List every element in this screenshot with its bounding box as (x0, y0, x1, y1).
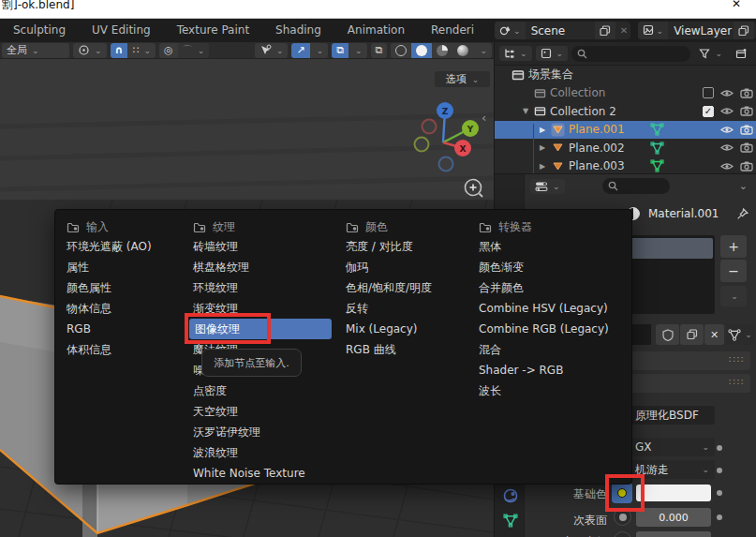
menu-item-gamma[interactable]: 伽玛 (342, 257, 471, 277)
scene-copy-button[interactable] (595, 22, 615, 39)
scene-selector[interactable]: ⌄ Scene ✕ (495, 22, 630, 39)
snap-options-dropdown[interactable]: ∷⌄ (127, 43, 156, 58)
menu-item-mix-legacy[interactable]: Mix (Legacy) (342, 319, 471, 339)
outliner-search-input[interactable] (571, 46, 690, 62)
overlays-toggle[interactable]: ⧉ (332, 43, 348, 58)
menu-item-combine-hsv-legacy[interactable]: Combine HSV (Legacy) (475, 298, 630, 319)
camera-icon[interactable] (740, 88, 753, 98)
scene-unlink-icon[interactable]: ✕ (615, 25, 630, 36)
eye-icon[interactable] (720, 125, 734, 135)
menu-item-shader-to-rgb[interactable]: Shader -> RGB (475, 360, 630, 380)
menu-item-brick-texture[interactable]: 砖墙纹理 (189, 236, 337, 257)
show-gizmo-dropdown[interactable]: ⌄ (255, 43, 289, 58)
move-gizmo-toggle[interactable]: ↗ (291, 43, 309, 58)
add-slot-button[interactable]: + (720, 235, 747, 258)
disclosure-closed-icon[interactable]: ▶ (538, 162, 547, 171)
menu-item-point-density[interactable]: 点密度 (189, 380, 337, 401)
menu-item-environment-texture[interactable]: 环境纹理 (189, 277, 337, 298)
tab-shading[interactable]: Shading (262, 19, 334, 42)
outliner-filter-type-dropdown[interactable]: ⌄ (536, 46, 569, 61)
menu-item-color-attribute[interactable]: 颜色属性 (63, 277, 186, 298)
menu-item-rgb[interactable]: RGB (63, 319, 186, 339)
viewlayer-selector[interactable]: ⌄ ViewLayer ✕ (638, 22, 756, 39)
axis-neg-z-ball[interactable] (439, 157, 453, 172)
shading-wireframe-button[interactable] (391, 43, 411, 58)
zoom-tool-icon[interactable] (463, 177, 485, 200)
drag-dots-icon[interactable]: :::: (729, 353, 745, 364)
menu-item-checker-texture[interactable]: 棋盘格纹理 (189, 257, 337, 277)
unlink-material-button[interactable]: ✕ (704, 324, 724, 345)
shading-dropdown[interactable]: ⌄ (473, 43, 492, 58)
snap-toggle[interactable]: ∩ (111, 43, 128, 58)
eye-icon[interactable] (720, 88, 734, 98)
navigation-gizmo[interactable]: Z Y X (412, 89, 487, 183)
camera-icon[interactable] (740, 161, 753, 172)
window-close-icon[interactable]: ✕ (732, 0, 741, 10)
shading-material-button[interactable] (432, 43, 452, 58)
camera-icon[interactable] (740, 142, 753, 153)
menu-item-volume-info[interactable]: 体积信息 (63, 339, 186, 360)
scene-name[interactable]: Scene (526, 24, 591, 37)
eye-icon[interactable] (720, 142, 734, 153)
transform-orientation-dropdown[interactable]: 全局 ⌄ (2, 43, 69, 58)
pivot-point-dropdown[interactable]: ⌄ (73, 43, 107, 58)
decorator-dot[interactable] (717, 445, 722, 451)
disclosure-closed-icon[interactable]: ▶ (538, 143, 547, 152)
gizmo-extra-dropdown[interactable]: ⌄ (310, 43, 329, 58)
properties-options-chevron[interactable]: ⌄ (739, 180, 748, 192)
base-color-swatch[interactable] (636, 485, 711, 501)
copy-material-button[interactable] (680, 324, 704, 345)
subsurface-value-field[interactable]: 0.000 (636, 508, 711, 527)
proportional-falloff-dropdown[interactable]: ⌒⌄ (178, 43, 210, 58)
menu-item-combine-rgb-legacy[interactable]: Combine RGB (Legacy) (475, 319, 630, 339)
outliner-row-collection-2[interactable]: ▼ Collection 2 ✓ (495, 102, 756, 121)
slot-specials-dropdown[interactable]: ⌄ (720, 286, 747, 306)
pin-icon[interactable] (736, 208, 749, 220)
tab-uv-editing[interactable]: UV Editing (79, 19, 164, 42)
decorator-dot[interactable] (717, 490, 722, 496)
shading-rendered-button[interactable] (452, 43, 473, 58)
viewport-options-button[interactable]: 选项 ⌄ (435, 71, 490, 87)
camera-icon[interactable] (740, 106, 753, 116)
menu-item-voronoi-texture[interactable]: 沃罗诺伊纹理 (189, 422, 337, 442)
scene-icon[interactable]: ⌄ (495, 22, 526, 39)
axis-neg-x-ball[interactable] (422, 120, 437, 134)
menu-item-sky-texture[interactable]: 天空纹理 (189, 401, 337, 422)
shading-solid-button[interactable] (411, 43, 432, 58)
eye-icon[interactable] (720, 161, 734, 172)
remove-slot-button[interactable]: − (720, 260, 747, 282)
properties-search-input[interactable] (602, 178, 670, 194)
tab-sculpting[interactable]: Sculpting (0, 19, 79, 42)
viewlayer-name[interactable]: ViewLayer (668, 24, 734, 37)
menu-item-bright-contrast[interactable]: 亮度 / 对比度 (342, 236, 471, 257)
new-collection-button[interactable] (731, 46, 752, 61)
proportional-editing-toggle[interactable]: ◎ (159, 43, 178, 58)
menu-item-ao[interactable]: 环境光遮蔽 (AO) (63, 236, 186, 257)
menu-item-hsv[interactable]: 色相/饱和度/明度 (342, 277, 471, 298)
menu-item-blackbody[interactable]: 黑体 (475, 236, 630, 257)
menu-item-color-ramp[interactable]: 颜色渐变 (475, 257, 630, 277)
decorator-dot[interactable] (717, 468, 722, 473)
drag-dots-icon[interactable]: :::: (729, 376, 745, 386)
collection-exclude-checkbox[interactable]: ✓ (703, 106, 714, 117)
outliner-row-collection[interactable]: Collection (495, 84, 756, 103)
axis-neg-y-ball[interactable] (415, 138, 429, 152)
menu-item-object-info[interactable]: 物体信息 (63, 298, 186, 319)
eye-icon[interactable] (720, 106, 734, 116)
disclosure-closed-icon[interactable]: ▶ (538, 126, 547, 134)
outliner-row-scene-collection[interactable]: 场景集合 (495, 66, 756, 84)
fake-user-button[interactable] (656, 324, 679, 345)
disclosure-open-icon[interactable]: ▼ (521, 107, 530, 115)
editor-type-dropdown[interactable]: ⌄ (530, 179, 565, 194)
subsurface-radius-value-field[interactable]: 1.000 (636, 531, 711, 537)
decorator-dot[interactable] (717, 515, 722, 520)
subsurface-radius-socket-button[interactable] (614, 531, 631, 537)
menu-item-rgb-curves[interactable]: RGB 曲线 (342, 339, 471, 360)
tab-rendering[interactable]: Renderi (418, 19, 487, 42)
xray-toggle[interactable]: ⧉ (371, 43, 388, 58)
menu-item-wavelength[interactable]: 波长 (475, 380, 630, 401)
menu-item-invert[interactable]: 反转 (342, 298, 471, 319)
node-tree-dropdown[interactable]: ⌄ (726, 324, 754, 345)
tab-animation[interactable]: Animation (334, 19, 418, 42)
tab-object-data-icon[interactable] (503, 514, 518, 528)
